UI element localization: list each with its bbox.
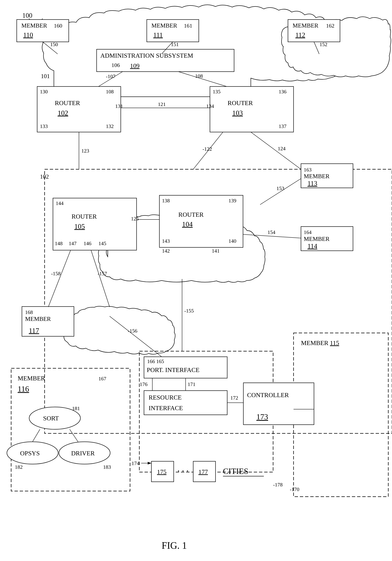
svg-line-15 [48, 250, 71, 307]
number-router105: 105 [74, 222, 85, 230]
ref-166-165: 166 165 [147, 358, 164, 364]
svg-line-11 [251, 132, 301, 169]
r105-148: 148 [55, 240, 63, 246]
label-170: -170 [290, 486, 299, 492]
r104-138: 138 [162, 198, 170, 204]
diagram-container: 100 101 102 MEMBER 110 160 [0, 0, 392, 561]
svg-line-12 [260, 179, 301, 205]
ref-167: 167 [98, 376, 106, 381]
label-outer-dashed: 102 [40, 173, 49, 180]
label-member114: MEMBER [304, 236, 330, 242]
label-152: 152 [320, 42, 327, 47]
label-member115: MEMBER 115 [301, 339, 339, 346]
number-router104: 104 [182, 220, 193, 228]
r102-130: 130 [40, 89, 48, 95]
r103-136: 136 [279, 89, 287, 95]
ref-182: 182 [15, 464, 23, 470]
label-member117: MEMBER [25, 315, 51, 322]
label-router104: ROUTER [178, 211, 204, 218]
label-171: 171 [188, 381, 196, 387]
label-sort: SORT [43, 415, 59, 422]
label-admin: ADMINISTRATION SUBSYSTEM [100, 52, 193, 59]
label-resource-interface2: INTERFACE [149, 405, 183, 411]
ref-admin106: 106 [112, 62, 120, 68]
cloud-lower-left [64, 306, 175, 354]
r103-135: 135 [213, 89, 220, 95]
label-154: 154 [268, 229, 275, 235]
label-member113: MEMBER [304, 173, 330, 180]
number-member111: 111 [153, 31, 163, 39]
number-member110: 110 [23, 31, 33, 39]
svg-line-24 [32, 429, 40, 442]
label-174: 174 [132, 460, 139, 466]
r102-131: 131 [115, 103, 123, 109]
label-172: 172 [230, 395, 238, 401]
r102-132: 132 [106, 123, 114, 129]
label-150: 150 [50, 42, 58, 47]
label-member110: MEMBER [21, 22, 47, 29]
label-123: 123 [81, 148, 89, 154]
label-151: 151 [171, 42, 179, 47]
label-157: -157 [98, 271, 107, 276]
label-121: 121 [158, 101, 166, 107]
r104-141: 141 [212, 248, 220, 254]
label-port-interface: PORT. INTERFACE [147, 367, 199, 373]
number-router103: 103 [232, 109, 243, 117]
number-member112: 112 [295, 31, 305, 39]
box-controller [243, 383, 314, 425]
ref-181: 181 [72, 406, 80, 411]
number-175: 175 [157, 468, 166, 475]
number-controller173: 173 [256, 413, 268, 421]
label-router102: ROUTER [55, 99, 80, 106]
label-108: 108 [195, 73, 203, 79]
fig-label: FIG. 1 [162, 540, 187, 551]
label-122: -122 [203, 146, 212, 152]
label-176: 176 [140, 381, 147, 387]
label-156: -156 [128, 328, 137, 334]
label-member116: MEMBER [18, 375, 45, 382]
r105-125: 125 [131, 216, 139, 222]
box-router105 [53, 198, 136, 250]
number-177: 177 [198, 468, 208, 475]
label-opsys: OPSYS [20, 450, 40, 457]
label-controller: CONTROLLER [247, 391, 289, 399]
r105-146: 146 [84, 240, 91, 246]
ref-183: 183 [103, 464, 111, 470]
label-155: -155 [184, 308, 194, 314]
dots: · · · [177, 466, 189, 476]
ref-168: 168 [25, 309, 33, 315]
label-107: -107 [106, 74, 115, 79]
label-resource-interface: RESOURCE [149, 394, 182, 401]
r104-142: 142 [162, 248, 170, 254]
r104-139: 139 [228, 198, 236, 204]
ref-160: 160 [54, 22, 62, 29]
r105-144: 144 [56, 200, 63, 206]
label-cities: CITIES [223, 467, 248, 476]
number-router102: 102 [58, 109, 68, 117]
r104-143: 143 [162, 238, 170, 244]
r103-137: 137 [279, 123, 287, 129]
label-member112: MEMBER [293, 22, 319, 29]
ref-163: 163 [304, 167, 311, 173]
label-driver: DRIVER [71, 450, 95, 457]
label-member111: MEMBER [151, 22, 177, 29]
r102-133: 133 [40, 123, 48, 129]
number-admin109: 109 [130, 62, 140, 69]
label-router103: ROUTER [227, 99, 253, 106]
label-158: -158 [51, 271, 61, 276]
label-153: 153 [277, 185, 284, 191]
ref-161: 161 [184, 22, 192, 29]
diagram-number: 100 [22, 12, 32, 19]
label-178: -178 [273, 482, 283, 487]
label-124: 124 [278, 146, 286, 151]
r105-147: 147 [69, 240, 77, 246]
number-member117: 117 [29, 327, 39, 334]
label-101: 101 [41, 73, 50, 79]
number-member114: 114 [308, 242, 317, 250]
label-router105: ROUTER [72, 213, 97, 220]
number-member113: 113 [308, 180, 317, 187]
r103-134: 134 [206, 103, 214, 109]
r105-145: 145 [98, 240, 106, 246]
svg-line-25 [70, 429, 78, 442]
r104-140: 140 [228, 238, 236, 244]
